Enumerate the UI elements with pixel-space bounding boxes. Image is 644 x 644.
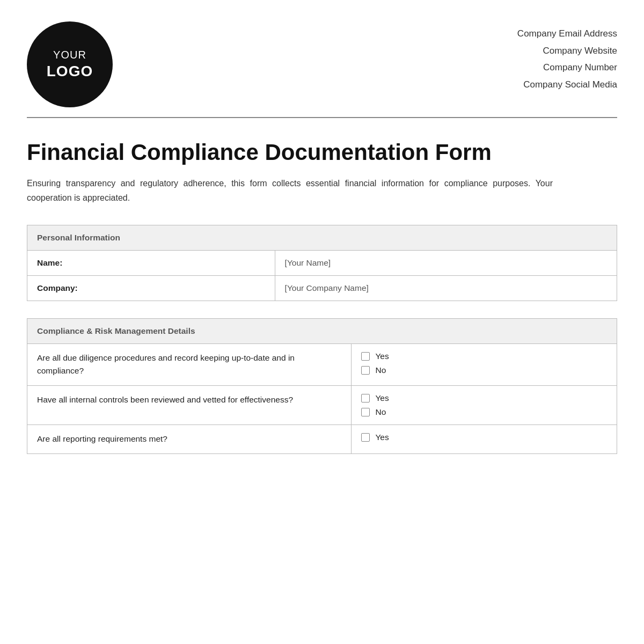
logo-text-line1: YOUR bbox=[53, 48, 86, 62]
radio-box-yes-2[interactable] bbox=[361, 394, 370, 402]
table-row: Name: [Your Name] bbox=[27, 250, 617, 275]
yes-label-2: Yes bbox=[375, 393, 389, 403]
no-label-2: No bbox=[375, 407, 386, 417]
table-row: Are all due diligence procedures and rec… bbox=[27, 343, 617, 386]
radio-box-no-1[interactable] bbox=[361, 366, 370, 375]
page-header: YOUR LOGO Company Email Address Company … bbox=[27, 21, 617, 107]
personal-info-header: Personal Information bbox=[27, 225, 617, 250]
company-info-block: Company Email Address Company Website Co… bbox=[517, 21, 617, 91]
compliance-answer-2: Yes No bbox=[352, 386, 617, 425]
compliance-table: Compliance & Risk Management Details Are… bbox=[27, 318, 617, 454]
form-description: Ensuring transparency and regulatory adh… bbox=[27, 176, 553, 205]
radio-group-3: Yes bbox=[361, 433, 607, 442]
radio-option-yes-1[interactable]: Yes bbox=[361, 352, 607, 361]
radio-box-yes-3[interactable] bbox=[361, 433, 370, 442]
table-row: Are all reporting requirements met? Yes bbox=[27, 425, 617, 454]
form-title: Financial Compliance Documentation Form bbox=[27, 140, 617, 165]
company-value: [Your Company Name] bbox=[275, 275, 617, 301]
radio-box-yes-1[interactable] bbox=[361, 352, 370, 361]
radio-option-no-2[interactable]: No bbox=[361, 407, 607, 417]
yes-label-1: Yes bbox=[375, 352, 389, 361]
yes-label-3: Yes bbox=[375, 433, 389, 442]
compliance-header: Compliance & Risk Management Details bbox=[27, 318, 617, 343]
company-label: Company: bbox=[27, 275, 275, 301]
table-row: Have all internal controls been reviewed… bbox=[27, 386, 617, 425]
no-label-1: No bbox=[375, 365, 386, 375]
radio-group-1: Yes No bbox=[361, 352, 607, 375]
name-label: Name: bbox=[27, 250, 275, 275]
radio-option-yes-2[interactable]: Yes bbox=[361, 393, 607, 403]
table-row: Company: [Your Company Name] bbox=[27, 275, 617, 301]
compliance-answer-3: Yes bbox=[352, 425, 617, 454]
radio-box-no-2[interactable] bbox=[361, 408, 370, 416]
header-divider bbox=[27, 117, 617, 118]
company-email: Company Email Address bbox=[517, 27, 617, 41]
company-number: Company Number bbox=[517, 61, 617, 75]
personal-info-table: Personal Information Name: [Your Name] C… bbox=[27, 225, 617, 301]
radio-option-no-1[interactable]: No bbox=[361, 365, 607, 375]
compliance-question-2: Have all internal controls been reviewed… bbox=[27, 386, 352, 425]
compliance-question-3: Are all reporting requirements met? bbox=[27, 425, 352, 454]
company-website: Company Website bbox=[517, 44, 617, 58]
company-social: Company Social Media bbox=[517, 78, 617, 92]
company-logo: YOUR LOGO bbox=[27, 21, 113, 107]
radio-option-yes-3[interactable]: Yes bbox=[361, 433, 607, 442]
logo-text-line2: LOGO bbox=[47, 62, 93, 81]
name-value: [Your Name] bbox=[275, 250, 617, 275]
radio-group-2: Yes No bbox=[361, 393, 607, 417]
compliance-answer-1: Yes No bbox=[352, 343, 617, 386]
compliance-question-1: Are all due diligence procedures and rec… bbox=[27, 343, 352, 386]
